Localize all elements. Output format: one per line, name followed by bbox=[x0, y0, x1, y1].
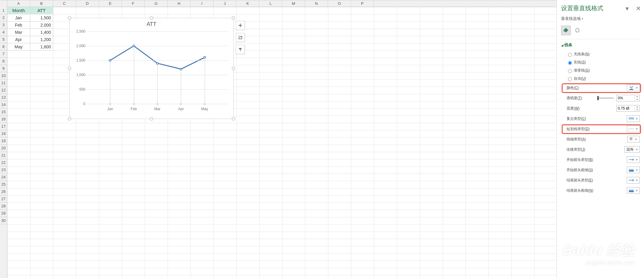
radio-solid-line[interactable]: 实线(S) bbox=[561, 58, 644, 66]
fill-line-tab-icon[interactable] bbox=[561, 26, 571, 35]
cell-B3[interactable]: 2,000 bbox=[30, 21, 53, 29]
color-picker[interactable]: ▾ bbox=[627, 85, 640, 91]
row-header-15[interactable]: 15 bbox=[0, 108, 7, 116]
effects-tab-icon[interactable] bbox=[573, 26, 582, 35]
row-header-26[interactable]: 26 bbox=[0, 188, 7, 195]
data-point[interactable] bbox=[204, 56, 206, 59]
cell-B2[interactable]: 1,500 bbox=[30, 14, 53, 21]
col-header-B[interactable]: B bbox=[30, 0, 53, 7]
end-arrow-size-dropdown[interactable]: ▾ bbox=[627, 187, 640, 194]
compound-dropdown[interactable]: ▾ bbox=[627, 115, 640, 122]
row-header-18[interactable]: 18 bbox=[0, 130, 7, 137]
plot-area[interactable]: 05001,0001,5002,0002,500JanFebMarAprMay bbox=[87, 31, 228, 104]
radio-gradient-line[interactable]: 渐变线(G) bbox=[561, 66, 644, 75]
row-header-21[interactable]: 21 bbox=[0, 152, 7, 159]
data-point[interactable] bbox=[180, 68, 182, 70]
row-header-28[interactable]: 28 bbox=[0, 203, 7, 210]
join-dropdown[interactable]: 圆角 ▾ bbox=[624, 146, 640, 153]
end-arrow-type-dropdown[interactable]: ▾ bbox=[627, 177, 640, 184]
col-header-H[interactable]: H bbox=[168, 0, 191, 7]
row-header-16[interactable]: 16 bbox=[0, 116, 7, 123]
col-header-K[interactable]: K bbox=[236, 0, 259, 7]
col-header-N[interactable]: N bbox=[305, 0, 328, 7]
pane-options-dropdown[interactable]: 垂直线选项 bbox=[561, 14, 644, 23]
data-point[interactable] bbox=[156, 62, 159, 65]
radio-no-line[interactable]: 无线条(N) bbox=[561, 50, 644, 58]
col-header-O[interactable]: O bbox=[328, 0, 351, 7]
col-header-C[interactable]: C bbox=[53, 0, 76, 7]
cell-A5[interactable]: Apr bbox=[7, 36, 30, 43]
row-header-17[interactable]: 17 bbox=[0, 123, 7, 130]
col-header-G[interactable]: G bbox=[145, 0, 168, 7]
transparency-slider[interactable] bbox=[598, 97, 614, 99]
col-header-J[interactable]: J bbox=[213, 0, 236, 7]
row-header-14[interactable]: 14 bbox=[0, 101, 7, 108]
row-header-7[interactable]: 7 bbox=[0, 50, 7, 58]
row-header-13[interactable]: 13 bbox=[0, 94, 7, 101]
row-header-2[interactable]: 2 bbox=[0, 14, 7, 21]
row-header-12[interactable]: 12 bbox=[0, 87, 7, 94]
embedded-chart[interactable]: ATT 05001,0001,5002,0002,500JanFebMarApr… bbox=[69, 18, 234, 119]
col-header-F[interactable]: F bbox=[122, 0, 145, 7]
begin-arrow-size-dropdown[interactable]: ▾ bbox=[627, 167, 640, 173]
row-header-25[interactable]: 25 bbox=[0, 181, 7, 188]
cell-A4[interactable]: Mar bbox=[7, 29, 30, 36]
resize-handle[interactable] bbox=[68, 16, 71, 20]
dash-dropdown[interactable]: ▾ bbox=[627, 126, 640, 132]
chart-elements-button[interactable] bbox=[236, 21, 245, 30]
row-header-6[interactable]: 6 bbox=[0, 43, 7, 50]
row-header-20[interactable]: 20 bbox=[0, 145, 7, 152]
cell-B5[interactable]: 1,200 bbox=[30, 36, 53, 43]
cap-dropdown[interactable]: 平 ▾ bbox=[627, 136, 640, 142]
begin-arrow-type-dropdown[interactable]: ▾ bbox=[627, 156, 640, 163]
data-point[interactable] bbox=[109, 59, 111, 62]
row-header-8[interactable]: 8 bbox=[0, 58, 7, 65]
cell-B1[interactable]: ATT bbox=[30, 7, 53, 14]
resize-handle[interactable] bbox=[150, 16, 153, 20]
pane-close-icon[interactable]: ✕ bbox=[636, 5, 641, 12]
resize-handle[interactable] bbox=[232, 16, 235, 20]
chart-filter-button[interactable] bbox=[236, 45, 245, 54]
data-point[interactable] bbox=[133, 45, 135, 47]
cell-A6[interactable]: May bbox=[7, 43, 30, 50]
line-section-header[interactable]: 线条 bbox=[561, 39, 644, 50]
row-header-5[interactable]: 5 bbox=[0, 36, 7, 43]
row-header-9[interactable]: 9 bbox=[0, 65, 7, 72]
col-header-I[interactable]: I bbox=[191, 0, 213, 7]
col-header-E[interactable]: E bbox=[99, 0, 122, 7]
col-header-M[interactable]: M bbox=[282, 0, 305, 7]
radio-auto-line[interactable]: 自动(U) bbox=[561, 75, 644, 83]
col-header-A[interactable]: A bbox=[7, 0, 30, 7]
cell-A2[interactable]: Jan bbox=[7, 14, 30, 21]
width-input[interactable]: ▲▼ bbox=[616, 105, 640, 112]
resize-handle[interactable] bbox=[232, 67, 235, 70]
col-header-L[interactable]: L bbox=[259, 0, 282, 7]
col-header-P[interactable]: P bbox=[351, 0, 374, 7]
row-header-27[interactable]: 27 bbox=[0, 195, 7, 203]
chart-styles-button[interactable] bbox=[236, 33, 245, 42]
row-header-19[interactable]: 19 bbox=[0, 137, 7, 145]
row-header-1[interactable]: 1 bbox=[0, 7, 7, 14]
transparency-input[interactable]: ▲▼ bbox=[616, 95, 640, 101]
row-header-24[interactable]: 24 bbox=[0, 174, 7, 181]
row-header-10[interactable]: 10 bbox=[0, 72, 7, 79]
row-header-30[interactable]: 30 bbox=[0, 217, 7, 224]
cell-B6[interactable]: 1,600 bbox=[30, 43, 53, 50]
pane-menu-icon[interactable]: ▾ bbox=[626, 5, 629, 12]
resize-handle[interactable] bbox=[232, 117, 235, 120]
row-header-3[interactable]: 3 bbox=[0, 21, 7, 29]
spreadsheet-area[interactable]: ABCDEFGHIJKLMNOP 12345678910111213141516… bbox=[0, 0, 557, 278]
resize-handle[interactable] bbox=[68, 67, 71, 70]
row-header-11[interactable]: 11 bbox=[0, 79, 7, 87]
row-header-22[interactable]: 22 bbox=[0, 159, 7, 166]
row-header-29[interactable]: 29 bbox=[0, 210, 7, 217]
row-header-4[interactable]: 4 bbox=[0, 29, 7, 36]
resize-handle[interactable] bbox=[68, 117, 71, 120]
row-header-23[interactable]: 23 bbox=[0, 166, 7, 174]
select-all-corner[interactable] bbox=[0, 0, 7, 7]
cell-B4[interactable]: 1,400 bbox=[30, 29, 53, 36]
resize-handle[interactable] bbox=[150, 117, 153, 120]
cell-A3[interactable]: Feb bbox=[7, 21, 30, 29]
cell-A1[interactable]: Month bbox=[7, 7, 30, 14]
col-header-D[interactable]: D bbox=[76, 0, 99, 7]
